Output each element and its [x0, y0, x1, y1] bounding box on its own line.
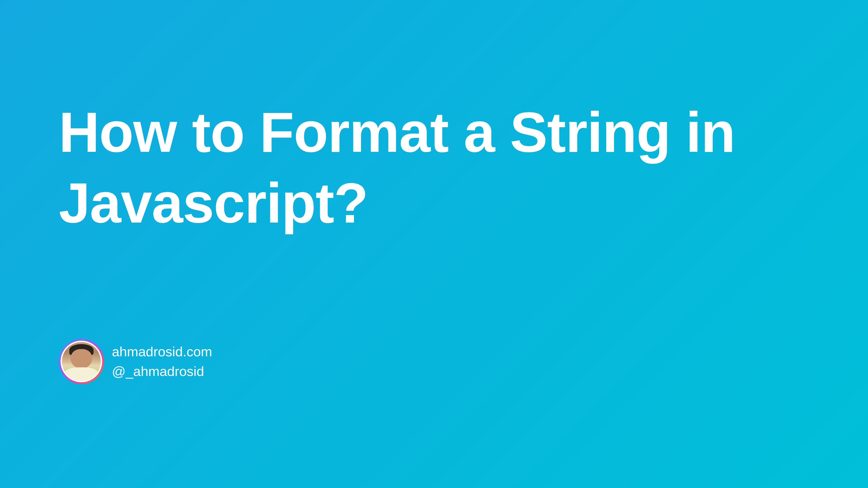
author-website: ahmadrosid.com — [112, 344, 212, 359]
author-handle: @_ahmadrosid — [112, 363, 212, 379]
main-content: How to Format a String in Javascript? — [59, 97, 809, 238]
avatar — [62, 342, 101, 381]
avatar-ring — [59, 339, 104, 384]
author-info: ahmadrosid.com @_ahmadrosid — [112, 344, 212, 379]
author-section: ahmadrosid.com @_ahmadrosid — [59, 339, 212, 384]
page-title: How to Format a String in Javascript? — [59, 97, 809, 238]
avatar-inner — [61, 341, 102, 382]
